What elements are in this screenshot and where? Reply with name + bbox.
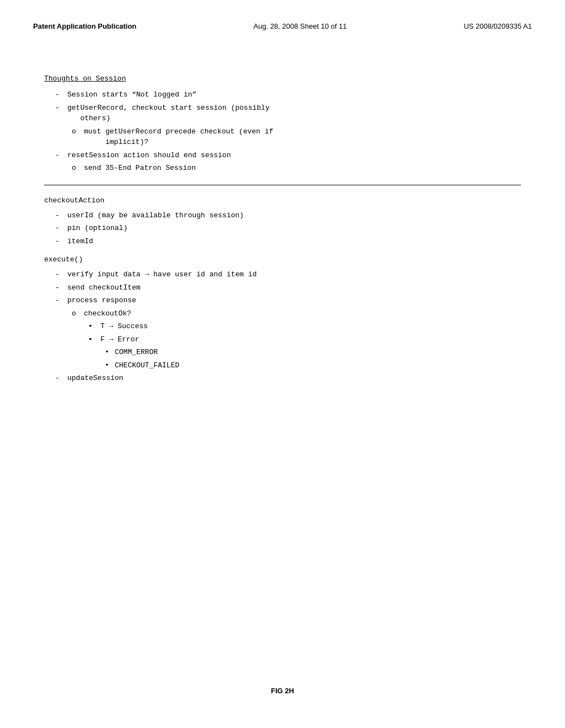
main-content: Thoughts on Session - Session starts “No…: [33, 74, 532, 384]
bullet-text: Session starts “Not logged in”: [67, 89, 521, 100]
section-divider: [44, 185, 521, 185]
bullet-text: checkoutOk?: [84, 308, 521, 319]
sub-sub-bullet: ▪: [88, 334, 98, 345]
bullet-dash: -: [55, 150, 65, 161]
sub-sub-sub-bullet: •: [105, 347, 113, 358]
bullet-text: verify input data → have user id and ite…: [67, 269, 521, 280]
section1-title: Thoughts on Session: [44, 74, 521, 83]
section3-bullets: - verify input data → have user id and i…: [55, 269, 521, 384]
bullet-text: process response: [67, 295, 521, 306]
bullet-text: pin (optional): [67, 223, 521, 234]
list-item: - resetSession action should end session: [55, 150, 521, 161]
bullet-dash: -: [55, 295, 65, 306]
section-thoughts-on-session: Thoughts on Session - Session starts “No…: [44, 74, 521, 174]
list-item: o must getUserRecord precede checkout (e…: [72, 126, 521, 148]
page: Patent Application Publication Aug. 28, …: [0, 0, 565, 728]
sub-sub-list: ▪ T → Success ▪ F → Error • COMM_ERROR: [88, 321, 521, 371]
bullet-text: F → Error: [100, 334, 521, 345]
section1-bullets: - Session starts “Not logged in” - getUs…: [55, 89, 521, 174]
list-item: o send 35-End Patron Session: [72, 163, 521, 174]
bullet-text: itemId: [67, 236, 521, 247]
list-item: ▪ T → Success: [88, 321, 521, 332]
bullet-text: must getUserRecord precede checkout (eve…: [84, 126, 521, 148]
page-header: Patent Application Publication Aug. 28, …: [33, 22, 532, 30]
header-publication: Patent Application Publication: [33, 22, 136, 30]
bullet-dash: -: [55, 223, 65, 234]
section2-bullets: - userId (may be available through sessi…: [55, 210, 521, 247]
list-item: - Session starts “Not logged in”: [55, 89, 521, 100]
sub-bullet: o: [72, 308, 82, 319]
header-date-sheet: Aug. 28, 2008 Sheet 10 of 11: [253, 22, 347, 30]
bullet-text: getUserRecord, checkout start session (p…: [67, 103, 521, 124]
figure-label: FIG 2H: [0, 687, 565, 695]
sub-sub-sub-bullet: •: [105, 360, 113, 371]
bullet-text: COMM_ERROR: [115, 347, 521, 358]
section3-label: execute(): [44, 255, 521, 264]
bullet-dash: -: [55, 210, 65, 221]
list-item: - pin (optional): [55, 223, 521, 234]
bullet-dash: -: [55, 282, 65, 293]
bullet-text: send checkoutItem: [67, 282, 521, 293]
list-item: o checkoutOk?: [72, 308, 521, 319]
list-item: - process response: [55, 295, 521, 306]
sub-list: o checkoutOk? ▪ T → Success ▪ F → Error: [72, 308, 521, 371]
bullet-text: resetSession action should end session: [67, 150, 521, 161]
bullet-dash: -: [55, 373, 65, 384]
header-patent-number: US 2008/0209335 A1: [463, 22, 532, 30]
bullet-text: T → Success: [100, 321, 521, 332]
list-item: - updateSession: [55, 373, 521, 384]
list-item: ▪ F → Error: [88, 334, 521, 345]
list-item: • COMM_ERROR: [105, 347, 521, 358]
bullet-dash: -: [55, 236, 65, 247]
sub-sub-bullet: ▪: [88, 321, 98, 332]
bullet-dash: -: [55, 103, 65, 124]
list-item: • CHECKOUT_FAILED: [105, 360, 521, 371]
sub-list: o must getUserRecord precede checkout (e…: [72, 126, 521, 148]
sub-bullet: o: [72, 163, 82, 174]
bullet-text: userId (may be available through session…: [67, 210, 521, 221]
section-execute: execute() - verify input data → have use…: [44, 255, 521, 384]
bullet-text: send 35-End Patron Session: [84, 163, 521, 174]
list-item: - verify input data → have user id and i…: [55, 269, 521, 280]
section2-label: checkoutAction: [44, 196, 521, 205]
bullet-text: updateSession: [67, 373, 521, 384]
bullet-dash: -: [55, 89, 65, 100]
bullet-text: CHECKOUT_FAILED: [115, 360, 521, 371]
list-item: - getUserRecord, checkout start session …: [55, 103, 521, 124]
sub-sub-sub-list: • COMM_ERROR • CHECKOUT_FAILED: [105, 347, 521, 371]
list-item: - userId (may be available through sessi…: [55, 210, 521, 221]
bullet-dash: -: [55, 269, 65, 280]
list-item: - send checkoutItem: [55, 282, 521, 293]
sub-list: o send 35-End Patron Session: [72, 163, 521, 174]
list-item: - itemId: [55, 236, 521, 247]
sub-bullet: o: [72, 126, 82, 148]
section-checkout-action: checkoutAction - userId (may be availabl…: [44, 196, 521, 247]
